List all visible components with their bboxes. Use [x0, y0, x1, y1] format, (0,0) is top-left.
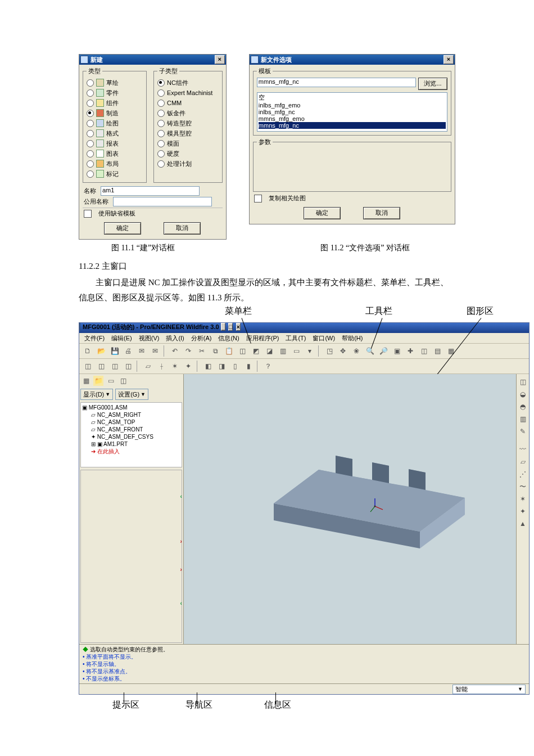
- type-option-layout[interactable]: 布局: [87, 159, 143, 169]
- close-icon[interactable]: ×: [444, 55, 454, 64]
- menu-analysis[interactable]: 分析(A): [188, 334, 215, 343]
- tool-icon[interactable]: ◫: [236, 345, 248, 357]
- menu-file[interactable]: 文件(F): [82, 334, 107, 343]
- cut-icon[interactable]: ✂: [196, 345, 208, 357]
- minimize-icon[interactable]: _: [221, 323, 225, 331]
- rtool-icon[interactable]: ✶: [517, 493, 528, 505]
- show-dropdown[interactable]: 显示(D)▼: [80, 389, 113, 400]
- view-icon[interactable]: ◫: [95, 360, 107, 372]
- type-option-chart[interactable]: 图表: [87, 148, 143, 159]
- zoom-all-icon[interactable]: ▣: [391, 345, 403, 357]
- type-option-report[interactable]: 报表: [87, 138, 143, 148]
- view-icon[interactable]: ◫: [108, 360, 121, 372]
- copy-related-drawings[interactable]: 复制相关绘图: [254, 194, 450, 202]
- tool-icon[interactable]: ▯: [229, 360, 241, 372]
- rtool-icon[interactable]: 〜: [517, 481, 528, 492]
- rtool-icon[interactable]: ◓: [517, 401, 528, 412]
- subtype-option-2[interactable]: CMM: [157, 98, 219, 108]
- close-icon[interactable]: ×: [236, 323, 241, 331]
- template-item-selected[interactable]: mmns_mfg_nc: [259, 122, 446, 129]
- type-option-sketch[interactable]: 草绘: [87, 78, 143, 88]
- rtool-icon[interactable]: ▲: [517, 518, 528, 529]
- ok-button[interactable]: 确定: [304, 207, 341, 219]
- maximize-icon[interactable]: □: [228, 323, 233, 331]
- template-item[interactable]: mmns_mfg_emo: [259, 115, 446, 122]
- rtool-icon[interactable]: ▱: [517, 456, 528, 467]
- model-tree[interactable]: ▣ MFG0001.ASM ▱ NC_ASM_RIGHT ▱ NC_ASM_TO…: [80, 402, 182, 467]
- tool-icon[interactable]: ◨: [215, 360, 228, 372]
- zoom-out-icon[interactable]: 🔎: [377, 345, 390, 357]
- nav-icon[interactable]: ▭: [105, 375, 116, 386]
- subtype-option-6[interactable]: 模面: [157, 138, 219, 148]
- nav-icon[interactable]: 📁: [93, 375, 104, 386]
- open-icon[interactable]: 📂: [95, 345, 107, 357]
- template-input[interactable]: mmns_mfg_nc: [257, 78, 416, 87]
- type-option-part[interactable]: 零件: [87, 88, 143, 98]
- rtool-icon[interactable]: ✎: [517, 426, 528, 437]
- rtool-icon[interactable]: ✦: [517, 506, 528, 517]
- template-list[interactable]: 空 inlbs_mfg_emo inlbs_mfg_nc mmns_mfg_em…: [257, 92, 447, 132]
- cancel-button[interactable]: 取消: [363, 207, 400, 219]
- copy-icon[interactable]: ⧉: [209, 345, 221, 357]
- tree-item[interactable]: ▱ NC_ASM_TOP: [82, 418, 180, 426]
- rtool-icon[interactable]: ⋰: [517, 469, 528, 480]
- close-icon[interactable]: ×: [215, 55, 225, 64]
- menu-tools[interactable]: 工具(T): [283, 334, 309, 343]
- subtype-option-1[interactable]: Expert Machinist: [157, 88, 219, 98]
- cancel-button[interactable]: 取消: [164, 222, 201, 235]
- menu-edit[interactable]: 编辑(E): [108, 334, 135, 343]
- tool-icon[interactable]: ◳: [323, 345, 336, 357]
- axis-icon[interactable]: ⟊: [155, 360, 168, 372]
- browse-button[interactable]: 浏览...: [418, 78, 447, 90]
- name-input[interactable]: am1: [101, 186, 200, 196]
- tree-root[interactable]: ▣ MFG0001.ASM: [82, 404, 180, 411]
- save-icon[interactable]: 💾: [108, 345, 121, 357]
- print-icon[interactable]: 🖨: [122, 345, 134, 357]
- type-option-drawing[interactable]: 绘图: [87, 118, 143, 128]
- tool-icon[interactable]: ◪: [263, 345, 275, 357]
- ok-button[interactable]: 确定: [104, 222, 141, 235]
- type-option-format[interactable]: 格式: [87, 128, 143, 138]
- rtool-icon[interactable]: ◒: [517, 389, 528, 400]
- view-icon[interactable]: ◫: [82, 360, 94, 372]
- subtype-option-3[interactable]: 钣金件: [157, 108, 219, 118]
- template-item[interactable]: inlbs_mfg_nc: [259, 109, 446, 115]
- paste-icon[interactable]: 📋: [223, 345, 235, 357]
- tool-icon[interactable]: ▮: [242, 360, 255, 372]
- tool-icon[interactable]: ✚: [404, 345, 417, 357]
- tree-item[interactable]: ▱ NC_ASM_RIGHT: [82, 411, 180, 418]
- new-icon[interactable]: 🗋: [82, 345, 94, 357]
- nav-icon[interactable]: ◫: [117, 375, 129, 386]
- spin-icon[interactable]: ✥: [337, 345, 349, 357]
- mail-icon[interactable]: ✉: [135, 345, 148, 357]
- rtool-icon[interactable]: 〰: [517, 444, 528, 455]
- tool-icon[interactable]: ▤: [431, 345, 444, 357]
- tool-icon[interactable]: ❀: [350, 345, 363, 357]
- type-option-manufacture[interactable]: 制造: [87, 108, 143, 118]
- zoom-in-icon[interactable]: 🔍: [364, 345, 376, 357]
- menu-window[interactable]: 窗口(W): [310, 334, 338, 343]
- nav-icon[interactable]: ▦: [80, 375, 92, 386]
- subtype-option-5[interactable]: 模具型腔: [157, 128, 219, 138]
- subtype-option-4[interactable]: 铸造型腔: [157, 118, 219, 128]
- use-default-template[interactable]: 使用缺省模板: [84, 209, 221, 218]
- undo-icon[interactable]: ↶: [169, 345, 181, 357]
- tree-item[interactable]: ⊞ ▣ AM1.PRT: [82, 440, 180, 448]
- help-icon[interactable]: ？: [262, 360, 274, 372]
- set-dropdown[interactable]: 设置(G)▼: [115, 389, 148, 400]
- subtype-option-7[interactable]: 硬度: [157, 148, 219, 159]
- tool-icon[interactable]: ▾: [304, 345, 316, 357]
- common-name-input[interactable]: [113, 197, 212, 206]
- point-icon[interactable]: ✶: [169, 360, 181, 372]
- tree-insert-here[interactable]: ➔ 在此插入: [82, 448, 180, 455]
- menu-help[interactable]: 帮助(H): [339, 334, 365, 343]
- tool-icon[interactable]: ◧: [202, 360, 214, 372]
- tool-icon[interactable]: ◫: [418, 345, 430, 357]
- graphics-area[interactable]: [184, 374, 516, 644]
- subtype-option-8[interactable]: 处理计划: [157, 159, 219, 169]
- selection-filter-combo[interactable]: 智能▼: [452, 685, 526, 694]
- tree-item[interactable]: ▱ NC_ASM_FRONT: [82, 426, 180, 433]
- csys-icon[interactable]: ✦: [182, 360, 194, 372]
- menu-view[interactable]: 视图(V): [136, 334, 162, 343]
- redo-icon[interactable]: ↷: [182, 345, 194, 357]
